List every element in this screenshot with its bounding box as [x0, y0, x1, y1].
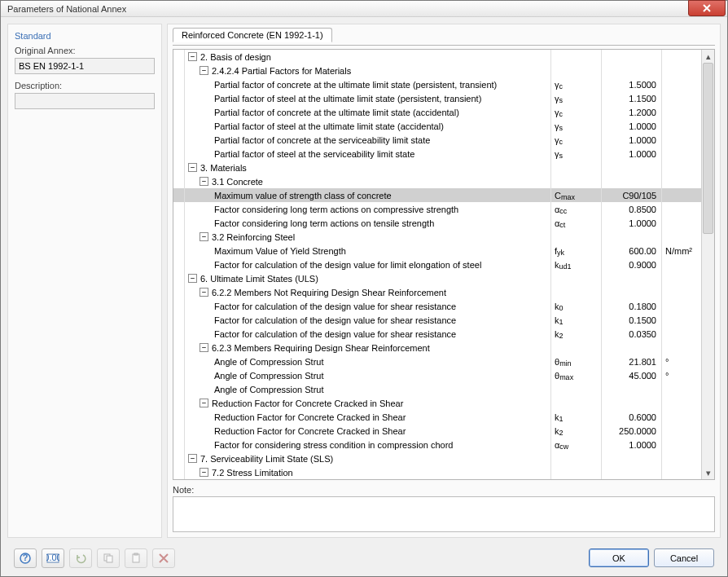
- collapse-toggle[interactable]: −: [188, 454, 197, 463]
- row-value[interactable]: [602, 64, 662, 77]
- row-value[interactable]: [602, 382, 662, 396]
- grid-row[interactable]: −6.2.3 Members Requiring Design Shear Re…: [173, 341, 701, 355]
- row-value[interactable]: [602, 465, 662, 479]
- ok-button[interactable]: OK: [589, 548, 649, 567]
- cancel-button[interactable]: Cancel: [654, 548, 714, 567]
- collapse-toggle[interactable]: −: [200, 468, 208, 477]
- grid-row[interactable]: −3.1 Concrete: [173, 174, 701, 188]
- grid-row[interactable]: −2. Basis of design: [173, 50, 701, 64]
- collapse-toggle[interactable]: −: [200, 343, 208, 352]
- row-value[interactable]: 0.0350: [602, 327, 662, 341]
- row-value[interactable]: [602, 341, 662, 355]
- row-value[interactable]: [602, 230, 662, 244]
- copy-button[interactable]: [97, 548, 120, 568]
- row-value[interactable]: 1.0000: [602, 147, 662, 161]
- grid-row[interactable]: Angle of Compression Strutθmax45.000°: [173, 368, 701, 382]
- tab-reinforced-concrete[interactable]: Reinforced Concrete (EN 1992-1-1): [173, 28, 332, 42]
- grid-row[interactable]: Partial factor of concrete at the ultima…: [173, 77, 701, 91]
- delete-button[interactable]: [152, 548, 175, 568]
- scroll-down-button[interactable]: ▾: [702, 466, 714, 479]
- row-value[interactable]: 45.000: [602, 368, 662, 382]
- top-panels: Standard Original Annex: Description: Re…: [7, 24, 721, 538]
- collapse-toggle[interactable]: −: [188, 274, 197, 283]
- grid-row[interactable]: Angle of Compression Strut: [173, 382, 701, 396]
- original-annex-input[interactable]: [15, 58, 155, 74]
- row-value[interactable]: [602, 451, 662, 465]
- scrollbar[interactable]: ▴ ▾: [701, 50, 714, 479]
- grid-row[interactable]: Partial factor of steel at the ultimate …: [173, 91, 701, 105]
- grid-row[interactable]: −Reduction Factor for Concrete Cracked i…: [173, 396, 701, 410]
- grid-row[interactable]: −2.4.2.4 Partial Factors for Materials: [173, 64, 701, 77]
- collapse-toggle[interactable]: −: [188, 163, 197, 172]
- grid-row[interactable]: Factor for calculation of the design val…: [173, 313, 701, 327]
- collapse-toggle[interactable]: −: [200, 232, 208, 241]
- row-value[interactable]: 0.6000: [602, 410, 662, 424]
- row-value[interactable]: [602, 396, 662, 410]
- collapse-toggle[interactable]: −: [200, 399, 208, 407]
- row-value[interactable]: 1.1500: [602, 91, 662, 105]
- units-button[interactable]: 0.00: [42, 548, 64, 568]
- row-value[interactable]: 1.0000: [602, 119, 662, 133]
- row-value[interactable]: 250.0000: [602, 424, 662, 438]
- grid-row[interactable]: Factor considering long term actions on …: [173, 216, 701, 230]
- parameter-grid[interactable]: −2. Basis of design−2.4.2.4 Partial Fact…: [173, 50, 701, 479]
- row-value[interactable]: [602, 271, 662, 285]
- grid-row[interactable]: −6. Ultimate Limit States (ULS): [173, 271, 701, 285]
- row-value[interactable]: 1.5000: [602, 77, 662, 91]
- undo-button[interactable]: [69, 548, 92, 568]
- paste-icon: [130, 553, 142, 564]
- scroll-thumb[interactable]: [703, 63, 713, 234]
- row-gutter: [173, 271, 185, 285]
- row-value[interactable]: 1.0000: [602, 438, 662, 451]
- row-symbol: γc: [551, 77, 602, 91]
- row-value[interactable]: [602, 174, 662, 188]
- grid-row[interactable]: −3. Materials: [173, 161, 701, 174]
- grid-row[interactable]: Partial factor of concrete at the servic…: [173, 133, 701, 147]
- collapse-toggle[interactable]: −: [200, 288, 208, 297]
- grid-row[interactable]: Partial factor of concrete at the ultima…: [173, 105, 701, 119]
- grid-row[interactable]: −6.2.2 Members Not Requiring Design Shea…: [173, 285, 701, 299]
- scroll-up-button[interactable]: ▴: [702, 50, 714, 63]
- grid-row[interactable]: Factor for calculation of the design val…: [173, 327, 701, 341]
- row-label-cell: Partial factor of steel at the ultimate …: [185, 91, 551, 105]
- row-value[interactable]: 0.8500: [602, 202, 662, 216]
- row-value[interactable]: 1.2000: [602, 105, 662, 119]
- grid-row[interactable]: Angle of Compression Strutθmin21.801°: [173, 355, 701, 368]
- row-symbol: [551, 341, 602, 355]
- grid-row[interactable]: Factor considering long term actions on …: [173, 202, 701, 216]
- row-value[interactable]: 0.9000: [602, 258, 662, 271]
- row-value[interactable]: 600.00: [602, 244, 662, 258]
- grid-row[interactable]: Factor for considering stress condition …: [173, 438, 701, 451]
- row-value[interactable]: [602, 50, 662, 64]
- row-value[interactable]: [602, 285, 662, 299]
- description-input[interactable]: [15, 93, 155, 109]
- row-value[interactable]: [602, 161, 662, 174]
- svg-rect-7: [134, 553, 138, 555]
- row-value[interactable]: 0.1500: [602, 313, 662, 327]
- row-value[interactable]: C90/105: [602, 188, 662, 202]
- grid-row[interactable]: Maximum value of strength class of concr…: [173, 188, 701, 202]
- grid-row[interactable]: Partial factor of steel at the serviceab…: [173, 147, 701, 161]
- collapse-toggle[interactable]: −: [200, 177, 208, 186]
- grid-row[interactable]: Maximum Value of Yield Strengthfyk600.00…: [173, 244, 701, 258]
- help-button[interactable]: ?: [14, 548, 37, 568]
- grid-row[interactable]: Reduction Factor for Concrete Cracked in…: [173, 410, 701, 424]
- close-button[interactable]: [688, 0, 726, 16]
- row-value[interactable]: 1.0000: [602, 133, 662, 147]
- grid-row[interactable]: −3.2 Reinforcing Steel: [173, 230, 701, 244]
- grid-row[interactable]: −7.2 Stress Limitation: [173, 465, 701, 479]
- row-value[interactable]: 21.801: [602, 355, 662, 368]
- collapse-toggle[interactable]: −: [200, 66, 208, 75]
- grid-row[interactable]: Factor for calculation of the design val…: [173, 299, 701, 313]
- paste-button[interactable]: [125, 548, 147, 568]
- note-box[interactable]: [173, 496, 715, 532]
- row-value[interactable]: 0.1800: [602, 299, 662, 313]
- collapse-toggle[interactable]: −: [188, 52, 197, 61]
- grid-row[interactable]: −7. Serviceability Limit State (SLS): [173, 451, 701, 465]
- grid-row[interactable]: Factor for calculation of the design val…: [173, 258, 701, 271]
- row-label-cell: −7.2 Stress Limitation: [185, 465, 551, 479]
- row-symbol: k2: [551, 424, 602, 438]
- row-value[interactable]: 1.0000: [602, 216, 662, 230]
- grid-row[interactable]: Reduction Factor for Concrete Cracked in…: [173, 424, 701, 438]
- grid-row[interactable]: Partial factor of steel at the ultimate …: [173, 119, 701, 133]
